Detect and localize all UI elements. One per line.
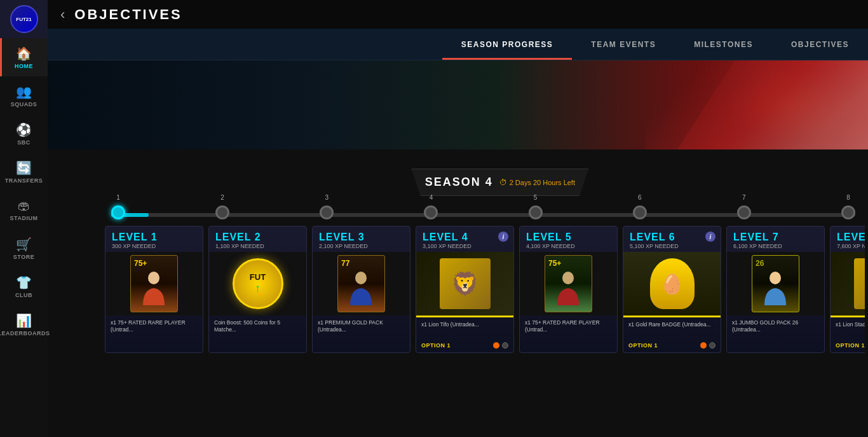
badge-img-6: 🥚 xyxy=(650,258,695,309)
sidebar-item-sbc[interactable]: ⚽ SBC xyxy=(0,114,48,153)
card-xp-6: 5,100 XP NEEDED xyxy=(630,243,714,249)
sidebar-item-label: LEADERBOARDS xyxy=(0,330,50,336)
level-card-8[interactable]: LEVEL 8 7,600 XP NEEDED i 🦁 x1 Lion Stad… xyxy=(830,226,865,353)
node-5: 5 xyxy=(529,205,543,219)
svg-point-0 xyxy=(148,272,159,284)
card-level-6: LEVEL 6 xyxy=(630,232,714,243)
svg-point-3 xyxy=(770,272,781,284)
level-card-3[interactable]: LEVEL 3 2,100 XP NEEDED 77 x1 PREMIUM GO… xyxy=(312,226,410,353)
player-card-img-5: 75+ xyxy=(545,255,592,312)
card-reward-1: x1 75+ RATED RARE PLAYER (Untrad... xyxy=(105,316,203,338)
card-option-row-8: OPTION 1 xyxy=(831,340,865,352)
sidebar-item-label: STORE xyxy=(13,254,34,260)
season-timer: ⏱ 2 Days 20 Hours Left xyxy=(499,178,575,187)
sidebar-item-home[interactable]: 🏠 HOME xyxy=(0,38,48,76)
level-card-1[interactable]: LEVEL 1 300 XP NEEDED 75+ x1 75+ RATED R… xyxy=(105,226,203,353)
card-level-8: LEVEL 8 xyxy=(837,232,865,243)
coin-boost-img: FUT ↑ xyxy=(233,258,283,309)
card-level-3: LEVEL 3 xyxy=(319,232,403,243)
sidebar-item-stadium[interactable]: 🏟 STADIUM xyxy=(0,191,48,229)
option-label-4: OPTION 1 xyxy=(421,342,451,349)
tab-season-progress[interactable]: SEASON PROGRESS xyxy=(442,29,573,60)
back-button[interactable]: ‹ xyxy=(60,6,65,23)
progress-area: SEASON 4 ⏱ 2 Days 20 Hours Left 1 2 xyxy=(48,149,868,437)
timer-icon: ⏱ xyxy=(499,178,507,187)
sidebar-item-store[interactable]: 🛒 STORE xyxy=(0,229,48,267)
card-level-7: LEVEL 7 xyxy=(733,232,818,243)
card-xp-2: 1,100 XP NEEDED xyxy=(215,243,300,249)
tab-milestones[interactable]: MILESTONES xyxy=(675,29,772,60)
card-header-5: LEVEL 5 4,100 XP NEEDED xyxy=(520,226,617,252)
sidebar-item-label: HOME xyxy=(15,63,33,69)
leaderboards-icon: 📊 xyxy=(16,313,32,328)
node-1: 1 xyxy=(111,205,125,219)
level-card-6[interactable]: LEVEL 6 5,100 XP NEEDED i 🥚 x1 Gold Rare… xyxy=(623,226,721,353)
card-option-row-6: OPTION 1 xyxy=(623,340,721,352)
squads-icon: 👥 xyxy=(16,84,32,99)
dot-gray-6 xyxy=(709,342,715,349)
card-level-2: LEVEL 2 xyxy=(215,232,300,243)
hero-banner xyxy=(48,60,868,149)
level-card-2[interactable]: LEVEL 2 1,100 XP NEEDED FUT ↑ Coin Boost… xyxy=(208,226,307,353)
sidebar-item-label: TRANSFERS xyxy=(5,177,43,184)
sidebar-item-leaderboards[interactable]: 📊 LEADERBOARDS xyxy=(0,305,48,343)
node-7: 7 xyxy=(737,205,751,219)
card-header-1: LEVEL 1 300 XP NEEDED xyxy=(105,226,203,252)
card-image-8: 🦁 xyxy=(831,252,865,316)
card-option-row-4: OPTION 1 xyxy=(416,340,513,352)
sidebar-item-club[interactable]: 👕 CLUB xyxy=(0,267,48,305)
sbc-icon: ⚽ xyxy=(16,122,32,137)
node-6: 6 xyxy=(633,205,647,219)
level-node-1 xyxy=(111,205,125,219)
sidebar-item-squads[interactable]: 👥 SQUADS xyxy=(0,76,48,114)
level-node-5 xyxy=(529,205,543,219)
level-node-4 xyxy=(424,205,438,219)
card-image-6: 🥚 xyxy=(623,252,721,316)
card-header-7: LEVEL 7 6,100 XP NEEDED xyxy=(727,226,824,252)
card-reward-6: x1 Gold Rare BADGE (Untradea... xyxy=(623,317,721,340)
option-label-8: OPTION 1 xyxy=(836,342,865,349)
card-image-5: 75+ xyxy=(520,252,617,316)
info-icon-6[interactable]: i xyxy=(705,232,715,242)
node-8: 8 xyxy=(841,205,855,219)
card-reward-3: x1 PREMIUM GOLD PACK (Untradea... xyxy=(313,316,410,338)
sidebar: FUT21 🏠 HOME 👥 SQUADS ⚽ SBC 🔄 TRANSFERS … xyxy=(0,0,48,437)
info-icon-4[interactable]: i xyxy=(498,232,508,242)
level-node-6 xyxy=(633,205,647,219)
sidebar-item-transfers[interactable]: 🔄 TRANSFERS xyxy=(0,153,48,191)
card-header-8: LEVEL 8 7,600 XP NEEDED i xyxy=(831,226,865,252)
card-level-1: LEVEL 1 xyxy=(112,232,196,243)
card-image-3: 77 xyxy=(313,252,410,316)
card-reward-8: x1 Lion Stadium Theme (Untradea... xyxy=(831,317,865,340)
card-image-4: 🦁 xyxy=(416,252,513,316)
card-image-1: 75+ xyxy=(105,252,203,316)
level-card-4[interactable]: LEVEL 4 3,100 XP NEEDED i 🦁 x1 Lion Tifo… xyxy=(416,226,514,353)
player-card-img-1: 75+ xyxy=(130,255,178,312)
level-node-3 xyxy=(320,205,334,219)
level-card-7[interactable]: LEVEL 7 6,100 XP NEEDED 26 x1 JUMBO GOLD… xyxy=(726,226,825,353)
dot-gray-4 xyxy=(502,342,508,349)
card-header-2: LEVEL 2 1,100 XP NEEDED xyxy=(209,226,306,252)
sidebar-item-label: STADIUM xyxy=(10,215,38,221)
node-2: 2 xyxy=(215,205,229,219)
card-header-4: LEVEL 4 3,100 XP NEEDED i xyxy=(416,226,513,252)
top-bar: ‹ OBJECTIVES xyxy=(48,0,868,29)
dot-orange-6 xyxy=(700,342,707,349)
sidebar-item-label: CLUB xyxy=(15,292,32,298)
level-card-5[interactable]: LEVEL 5 4,100 XP NEEDED 75+ x1 75+ RATED… xyxy=(519,226,618,353)
card-reward-2: Coin Boost: 500 Coins for 5 Matche... xyxy=(209,316,306,338)
sidebar-item-label: SBC xyxy=(17,139,31,146)
svg-point-1 xyxy=(355,272,367,284)
jumbo-pack-player: 26 xyxy=(752,255,799,312)
dot-orange-4 xyxy=(493,342,499,349)
transfers-icon: 🔄 xyxy=(16,160,32,176)
level-nodes: 1 2 3 4 5 6 7 xyxy=(111,205,855,219)
tab-objectives[interactable]: OBJECTIVES xyxy=(772,29,868,60)
logo-circle: FUT21 xyxy=(10,5,38,33)
card-xp-1: 300 XP NEEDED xyxy=(112,243,196,249)
option-dots-6 xyxy=(700,342,715,349)
card-xp-7: 6,100 XP NEEDED xyxy=(733,243,818,249)
page-title: OBJECTIVES xyxy=(74,6,182,23)
card-level-4: LEVEL 4 xyxy=(423,232,507,243)
tab-team-events[interactable]: TEAM EVENTS xyxy=(572,29,675,60)
